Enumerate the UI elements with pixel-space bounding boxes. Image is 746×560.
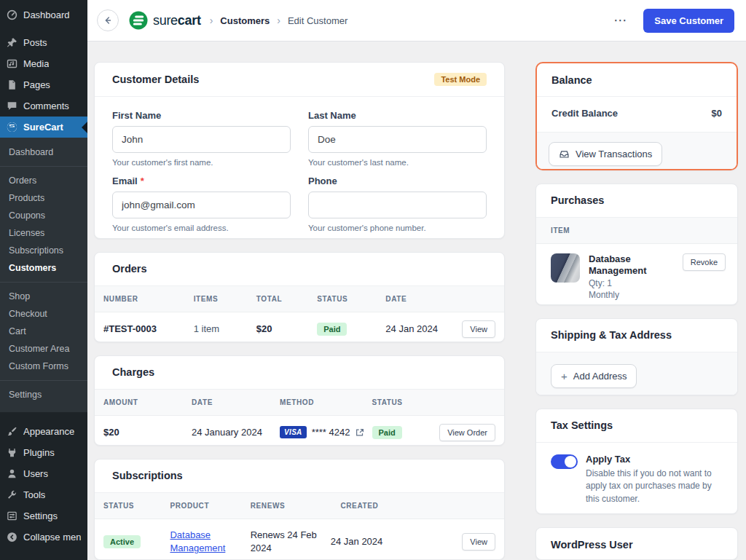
email-group: Email* Your customer's email address. [112,176,291,232]
pushpin-icon [7,37,17,48]
orders-header: Orders [95,253,504,286]
surecart-submenu: Dashboard Orders Products Coupons Licens… [0,138,87,412]
purchase-interval: Monthly [589,290,674,300]
field-label-text: Last Name [308,110,356,121]
card-title: Orders [112,263,147,275]
product-link[interactable]: Database Management [170,529,246,554]
sidebar-subitem-customer-area[interactable]: Customer Area [0,340,87,358]
sidebar-subitem-customers[interactable]: Customers [0,259,87,277]
balance-card: Balance Credit Balance $0 View Transacti… [535,62,738,170]
charge-date: 24 January 2024 [192,427,280,438]
sidebar-subitem-coupons[interactable]: Coupons [0,207,87,224]
external-link-icon[interactable] [355,427,365,438]
sidebar-subitem-custom-forms[interactable]: Custom Forms [0,358,87,375]
field-label-text: First Name [112,110,161,121]
order-row: #TEST-0003 1 item $20 Paid 24 Jan 2024 V… [95,312,504,342]
last-name-group: Last Name Your customer's last name. [308,110,487,167]
breadcrumb-customers[interactable]: Customers [220,15,270,26]
tax-settings-body: Apply Tax Disable this if you do not wan… [536,443,737,514]
sidebar-item-label: Posts [23,37,47,48]
charge-action-cell: View Order [423,424,495,441]
sidebar-subitem-subscriptions[interactable]: Subscriptions [0,242,87,259]
card-title: WordPress User [551,539,633,551]
view-order-button[interactable]: View [462,320,495,338]
subscription-status-cell: Active [103,535,170,548]
sidebar-subitem-checkout[interactable]: Checkout [0,305,87,323]
save-customer-button[interactable]: Save Customer [643,9,734,33]
app-window: Dashboard Posts Media Pages Comments Sur… [0,0,746,560]
view-order-button[interactable]: View Order [439,424,495,441]
charge-method-cell: VISA **** 4242 [280,426,372,438]
first-name-field[interactable] [112,126,291,153]
column-header: TOTAL [256,295,317,303]
charge-amount: $20 [103,427,192,438]
sidebar-subitem-dashboard[interactable]: Dashboard [0,143,87,161]
view-transactions-button[interactable]: View Transactions [549,142,662,166]
add-address-button[interactable]: + Add Address [551,364,637,388]
column-header: PRODUCT [170,502,250,510]
brush-icon [7,426,17,437]
submenu-separator [0,380,87,381]
sidebar-item-appearance[interactable]: Appearance [0,421,87,442]
inbox-icon [559,149,570,159]
back-arrow-icon [103,15,113,25]
sidebar-item-label: Dashboard [23,9,70,20]
field-help: Your customer's phone number. [308,224,487,232]
more-options-button[interactable]: ⋯ [613,12,627,28]
last-name-field[interactable] [308,126,487,153]
sidebar-item-surecart[interactable]: SureCart [0,117,87,138]
sidebar-item-comments[interactable]: Comments [0,95,87,117]
sidebar-subitem-products[interactable]: Products [0,189,87,207]
collapse-menu-button[interactable]: Collapse menu [0,527,87,548]
sidebar-item-pages[interactable]: Pages [0,74,87,95]
email-field[interactable] [112,192,291,218]
sidebar-item-plugins[interactable]: Plugins [0,442,87,463]
sidebar-item-label: Pages [23,79,50,90]
field-label-text: Phone [308,176,337,186]
column-header: ITEMS [194,295,256,303]
sidebar-item-settings[interactable]: Settings [0,505,87,527]
sidebar-item-label: Comments [23,100,69,111]
field-help: Your customer's first name. [112,158,291,167]
sidebar-item-dashboard[interactable]: Dashboard [0,4,87,25]
sidebar-separator [0,25,87,32]
field-label: First Name [112,110,291,121]
apply-tax-toggle[interactable] [551,454,578,469]
column-header: ITEM [551,226,570,234]
sidebar-subitem-orders[interactable]: Orders [0,172,87,189]
sidebar-item-users[interactable]: Users [0,463,87,484]
sidebar-bottom-menu: Appearance Plugins Users Tools Settings … [0,412,87,548]
sidebar-item-posts[interactable]: Posts [0,32,87,53]
breadcrumb-edit-customer: Edit Customer [288,15,348,26]
sidebar-subitem-settings[interactable]: Settings [0,386,87,403]
phone-field[interactable] [308,192,487,218]
card-title: Subscriptions [112,470,183,481]
required-marker: * [141,176,144,186]
credit-balance-label: Credit Balance [551,108,618,119]
sidebar-item-label: SureCart [23,122,63,133]
surecart-logo[interactable]: surecart [129,11,201,30]
submenu-separator [0,282,87,283]
sidebar-subitem-cart[interactable]: Cart [0,323,87,340]
orders-table-header: NUMBER ITEMS TOTAL STATUS DATE [95,286,504,312]
customer-details-header: Customer Details Test Mode [95,63,504,97]
column-header: RENEWS [251,502,341,510]
revoke-button[interactable]: Revoke [683,253,726,271]
product-thumbnail [551,253,580,283]
chevron-right-icon: › [210,15,213,26]
back-button[interactable] [97,9,119,31]
sidebar-item-label: Tools [23,489,45,500]
sidebar-item-media[interactable]: Media [0,53,87,74]
media-icon [7,58,17,69]
sidebar-subitem-shop[interactable]: Shop [0,288,87,305]
view-subscription-button[interactable]: View [462,533,495,551]
topbar: surecart › Customers › Edit Customer ⋯ S… [87,0,746,42]
card-title: Shipping & Tax Address [551,329,672,341]
sidebar-item-label: Settings [23,510,58,521]
sidebar-item-tools[interactable]: Tools [0,484,87,505]
toggle-knob [565,456,576,468]
sidebar-subitem-licenses[interactable]: Licenses [0,224,87,242]
subscription-row: Active Database Management Renews 24 Feb… [95,519,504,560]
field-help: Your customer's email address. [112,224,291,232]
column-header: STATUS [103,502,170,510]
